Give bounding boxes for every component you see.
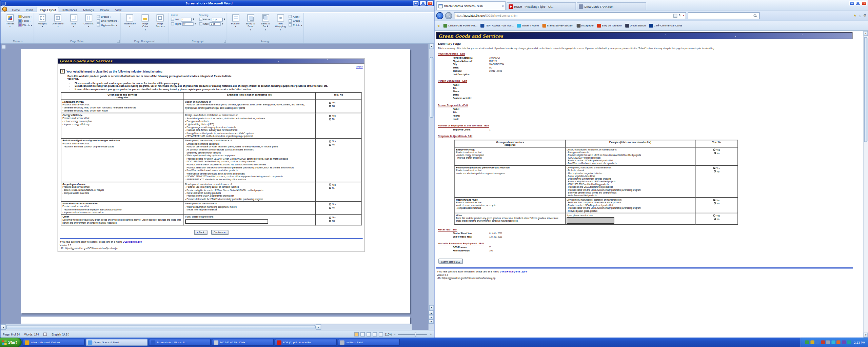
home-icon[interactable] bbox=[859, 14, 861, 17]
text-wrapping-button[interactable]: Text Wrapping bbox=[274, 14, 287, 39]
print-layout-view-icon[interactable] bbox=[354, 332, 359, 336]
refresh-icon[interactable] bbox=[678, 14, 681, 17]
line-numbers-button[interactable]: Line Numbers bbox=[97, 19, 119, 22]
taskbar-item-paint[interactable]: untitled - Paint bbox=[338, 339, 400, 346]
fullscreen-view-icon[interactable] bbox=[360, 332, 365, 336]
forward-button[interactable] bbox=[445, 12, 452, 19]
no-radio[interactable] bbox=[329, 144, 331, 146]
favorite-landfill[interactable]: Landfill Gas Power Pla... bbox=[443, 24, 477, 27]
back-button[interactable] bbox=[436, 12, 443, 19]
yes-radio[interactable] bbox=[329, 115, 331, 117]
no-radio[interactable] bbox=[714, 218, 716, 220]
yes-radio[interactable] bbox=[329, 184, 331, 186]
revenue-edit-link[interactable]: Worksite Revenue or Employment - Edit bbox=[438, 242, 484, 245]
yes-radio[interactable] bbox=[329, 101, 331, 104]
spinner-icon[interactable] bbox=[194, 22, 195, 25]
tray-icon[interactable] bbox=[842, 340, 846, 344]
scroll-thumb[interactable] bbox=[6, 325, 316, 329]
hyphenation-button[interactable]: Hyphenation bbox=[97, 23, 119, 26]
spinner-icon[interactable] bbox=[193, 18, 194, 20]
yes-radio[interactable] bbox=[713, 167, 716, 169]
word-count[interactable]: Words: 174 bbox=[24, 333, 39, 336]
paragraph-dialog-launcher[interactable] bbox=[224, 40, 226, 42]
size-button[interactable]: Size bbox=[67, 14, 80, 39]
person-responsible-edit-link[interactable]: Person Responsible - Edit bbox=[438, 104, 468, 106]
describe-textbox[interactable] bbox=[567, 217, 614, 224]
document-page-next[interactable] bbox=[21, 317, 410, 324]
stop-icon[interactable] bbox=[683, 14, 685, 17]
office-button[interactable] bbox=[2, 7, 7, 12]
url-field[interactable]: https://ggsdatat.bls.gov/GGS/showSummary… bbox=[454, 12, 686, 19]
scroll-thumb[interactable] bbox=[430, 57, 433, 118]
zoom-out-icon[interactable]: − bbox=[394, 333, 396, 336]
compatibility-icon[interactable] bbox=[674, 14, 677, 17]
word-minimize-button[interactable]: – bbox=[413, 1, 418, 5]
tab-review[interactable]: Review bbox=[97, 7, 112, 12]
tray-icon[interactable] bbox=[836, 340, 840, 344]
zoom-level[interactable]: 110% bbox=[385, 333, 392, 336]
fiscal-year-edit-link[interactable]: Fiscal Year - Edit bbox=[438, 228, 457, 231]
submit-button[interactable]: Submit data to BLS bbox=[438, 259, 463, 264]
browse-object-buttons[interactable]: ▲ ● ▼ bbox=[429, 310, 434, 324]
yes-radio[interactable] bbox=[329, 203, 331, 205]
spinner-icon[interactable] bbox=[224, 18, 225, 20]
page-borders-button[interactable]: Page Borders bbox=[154, 14, 167, 39]
ie-minimize-button[interactable]: – bbox=[849, 1, 855, 5]
yes-radio[interactable] bbox=[713, 215, 716, 217]
favorite-union-station[interactable]: Union Station bbox=[625, 24, 646, 27]
tray-icon[interactable] bbox=[821, 340, 825, 344]
group-button[interactable]: Group bbox=[289, 19, 302, 22]
favorite-brandt[interactable]: Brandt Survey System bbox=[542, 24, 573, 27]
scroll-down-icon[interactable]: ▼ bbox=[429, 305, 434, 310]
rotate-button[interactable]: Rotate bbox=[289, 23, 302, 26]
theme-effects-button[interactable]: Effects bbox=[18, 23, 32, 26]
next-page-icon[interactable]: ▼ bbox=[429, 319, 434, 324]
tray-icon[interactable] bbox=[826, 340, 830, 344]
taskbar-item-adobe[interactable]: EOB (1).pdf - Adobe Re... bbox=[275, 339, 337, 346]
theme-colors-button[interactable]: Colors bbox=[18, 15, 32, 18]
word-titlebar[interactable]: Screenshots - Microsoft Word – × bbox=[1, 1, 434, 6]
tab-references[interactable]: References bbox=[60, 7, 80, 12]
tab-youtube[interactable]: RUSH - "Headlong Flight" - Of... bbox=[507, 2, 576, 10]
start-button[interactable]: Start bbox=[0, 338, 22, 347]
page-setup-dialog-launcher[interactable] bbox=[117, 40, 120, 42]
zoom-slider-thumb[interactable] bbox=[415, 332, 417, 336]
yes-radio[interactable] bbox=[713, 149, 716, 151]
tray-icon[interactable] bbox=[815, 340, 819, 344]
previous-page-icon[interactable]: ▲ bbox=[429, 310, 434, 315]
physical-address-edit-link[interactable]: Physical Address - Edit bbox=[438, 53, 465, 55]
taskbar-item-word[interactable]: Screenshots - Microsoft... bbox=[149, 339, 211, 346]
favorite-blog[interactable]: Blog do Torcedor bbox=[597, 24, 622, 27]
spacing-before-field[interactable]: 0 pt bbox=[212, 17, 223, 21]
no-radio[interactable] bbox=[329, 206, 331, 209]
favorite-citi[interactable]: Citi® Commercial Cards bbox=[649, 24, 682, 27]
no-radio[interactable] bbox=[329, 118, 331, 120]
ie-close-button[interactable]: × bbox=[861, 1, 867, 5]
tray-icon[interactable] bbox=[847, 340, 851, 344]
taskbar-item-citrix[interactable]: 146.142.40.39 - Citrix ... bbox=[212, 339, 274, 346]
draft-view-icon[interactable] bbox=[379, 332, 383, 336]
orientation-button[interactable]: Orientation bbox=[51, 14, 65, 39]
tab-page-layout[interactable]: Page Layout bbox=[36, 7, 59, 12]
no-radio[interactable] bbox=[714, 170, 716, 173]
send-to-back-button[interactable]: Send to Back bbox=[259, 14, 272, 39]
tray-icon[interactable] bbox=[810, 340, 814, 344]
favorite-tsp[interactable]: TSP: Access Your Acc... bbox=[481, 24, 514, 27]
margins-button[interactable]: Margins bbox=[36, 14, 49, 39]
outline-view-icon[interactable] bbox=[373, 332, 377, 336]
question4-edit-link[interactable]: Response to Question 4 - Edit bbox=[438, 135, 472, 137]
ie-vertical-scrollbar[interactable]: ▲ ▼ bbox=[863, 31, 868, 338]
yes-radio[interactable] bbox=[713, 199, 716, 201]
back-button[interactable]: ◂Back bbox=[194, 230, 207, 235]
tools-gear-icon[interactable] bbox=[863, 13, 867, 18]
columns-button[interactable]: Columns bbox=[82, 14, 95, 39]
no-radio[interactable] bbox=[329, 105, 331, 107]
tab-home[interactable]: Home bbox=[9, 7, 23, 12]
word-restore-button[interactable] bbox=[420, 1, 426, 5]
tab-green-goods[interactable]: Green Goods & Services - Sum... bbox=[436, 1, 506, 10]
add-favorite-icon[interactable] bbox=[437, 24, 440, 27]
tab-mailings[interactable]: Mailings bbox=[80, 7, 96, 12]
zoom-in-icon[interactable]: + bbox=[430, 333, 432, 336]
taskbar-item-green-goods[interactable]: Green Goods & Servi... bbox=[86, 339, 148, 346]
page-indicator[interactable]: Page: 8 of 34 bbox=[3, 333, 20, 336]
